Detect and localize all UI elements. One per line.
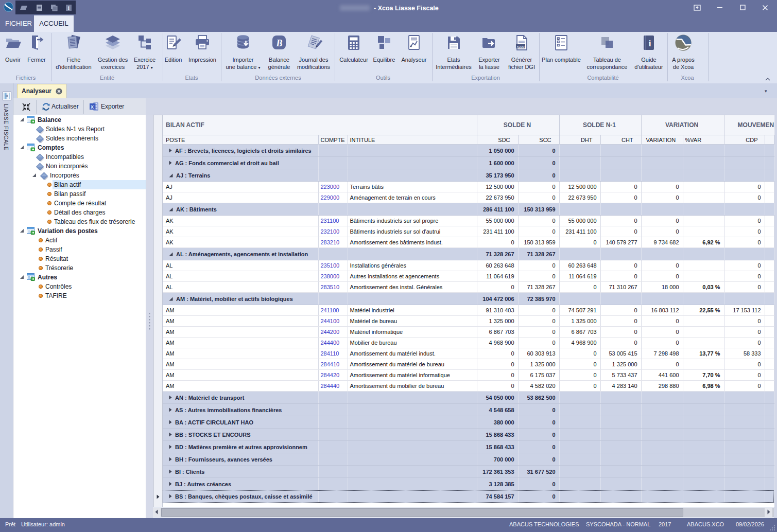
- svg-text:X: X: [91, 104, 94, 110]
- svg-text:B: B: [275, 38, 282, 48]
- svg-text:i: i: [68, 5, 70, 11]
- svg-text:i: i: [649, 39, 651, 48]
- svg-text:XLSM: XLSM: [517, 45, 525, 48]
